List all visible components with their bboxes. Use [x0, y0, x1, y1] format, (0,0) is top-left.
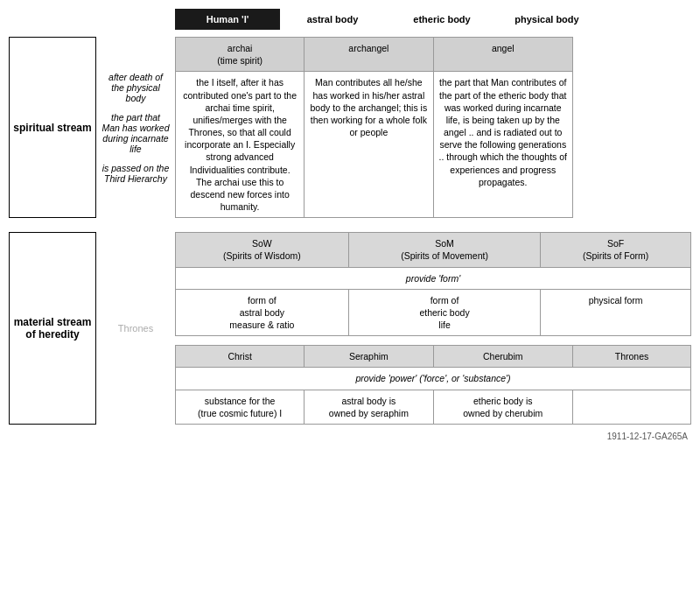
header-etheric: etheric body — [385, 9, 499, 30]
footer-note: 1911-12-17-GA265A — [9, 432, 691, 441]
material-top-data-row: form ofastral bodymeasure & ratio form o… — [176, 289, 691, 336]
material-bottom-data-col1: substance for the(true cosmic future) I — [176, 390, 304, 424]
material-top-header-sof: SoF(Spirits of Form) — [541, 233, 691, 267]
material-top-provide-row: provide 'form' — [176, 267, 691, 289]
spiritual-body-col2: Man contributes all he/she has worked in… — [304, 72, 433, 218]
material-bottom-header-seraphim: Seraphim — [304, 346, 433, 368]
material-bottom-data-col2: astral body isowned by seraphim — [304, 390, 433, 424]
spiritual-top-col3: angel — [433, 38, 573, 72]
spiritual-top-row: archai(time spirit) archangel angel — [176, 38, 691, 72]
material-top-header-sow: SoW(Spirits of Wisdom) — [176, 233, 349, 267]
material-bottom-header-row: Christ Seraphim Cherubim Thrones — [176, 346, 691, 368]
material-section: material stream of heredity Thrones SoW(… — [9, 232, 691, 425]
spiritual-body-col4 — [573, 72, 691, 218]
spiritual-table: archai(time spirit) archangel angel the … — [175, 37, 691, 218]
spiritual-middle-line2: the part that Man has worked during inca… — [102, 112, 170, 154]
material-top-provide-cell: provide 'form' — [176, 267, 691, 289]
material-label: material stream of heredity — [9, 232, 96, 425]
header-human: Human 'I' — [175, 9, 280, 30]
material-middle: Thrones — [96, 232, 175, 425]
spiritual-body-row: the I itself, after it has contributed o… — [176, 72, 691, 218]
spiritual-body-col3: the part that Man contributes of the par… — [433, 72, 573, 218]
spiritual-middle-line1: after death of the physical body — [102, 72, 170, 103]
material-top-header-som: SoM(Spirits of Movement) — [348, 233, 540, 267]
material-bottom-header-thrones: Thrones — [573, 346, 691, 368]
header-row: Human 'I' astral body etheric body physi… — [175, 9, 691, 30]
spiritual-section: spiritual stream after death of the phys… — [9, 37, 691, 218]
material-bottom-data-col4 — [573, 390, 691, 424]
material-bottom-data-row: substance for the(true cosmic future) I … — [176, 390, 691, 424]
material-bottom-data-col3: etheric body isowned by cherubim — [433, 390, 573, 424]
spiritual-top-col4 — [573, 38, 691, 72]
material-bottom-header-christ: Christ — [176, 346, 304, 368]
material-top-data-col1: form ofastral bodymeasure & ratio — [176, 289, 349, 336]
material-top-data-col2: form ofetheric bodylife — [348, 289, 540, 336]
material-top-header-row: SoW(Spirits of Wisdom) SoM(Spirits of Mo… — [176, 233, 691, 267]
header-physical: physical body — [499, 9, 595, 30]
spiritual-top-col1: archai(time spirit) — [176, 38, 304, 72]
spiritual-middle-line3: is passed on the Third Hierarchy — [102, 163, 170, 184]
page-container: Human 'I' astral body etheric body physi… — [9, 9, 691, 441]
spiritual-body-col1: the I itself, after it has contributed o… — [176, 72, 304, 218]
spiritual-top-col2: archangel — [304, 38, 433, 72]
spiritual-middle: after death of the physical body the par… — [96, 37, 175, 218]
spiritual-table-area: archai(time spirit) archangel angel the … — [175, 37, 691, 218]
material-top-table: SoW(Spirits of Wisdom) SoM(Spirits of Mo… — [175, 232, 691, 336]
material-bottom-provide-cell: provide 'power' ('force', or 'substance'… — [176, 368, 691, 390]
material-top-data-col3: physical form — [541, 289, 691, 336]
material-bottom-provide-row: provide 'power' ('force', or 'substance'… — [176, 368, 691, 390]
material-bottom-table: Christ Seraphim Cherubim Thrones provide… — [175, 345, 691, 425]
spiritual-label: spiritual stream — [9, 37, 96, 218]
material-bottom-header-cherubim: Cherubim — [433, 346, 573, 368]
material-right: SoW(Spirits of Wisdom) SoM(Spirits of Mo… — [175, 232, 691, 425]
header-astral: astral body — [280, 9, 385, 30]
